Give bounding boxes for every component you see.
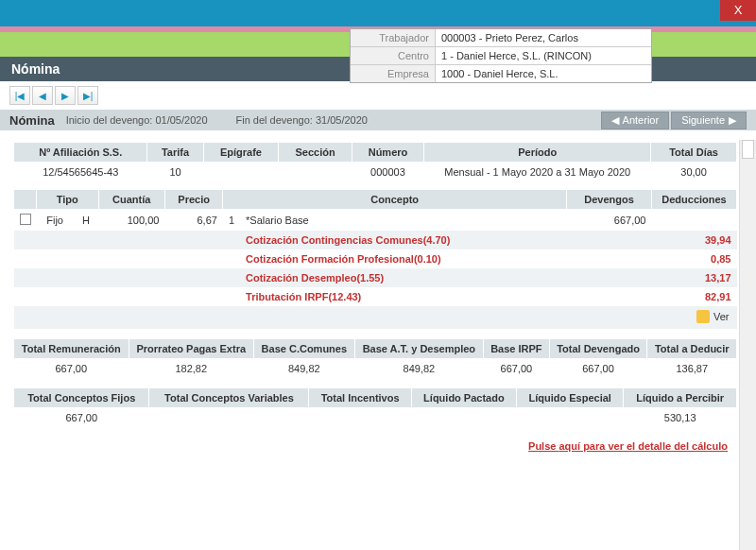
table-row: Cotización Contingencias Comunes(4.70)39… — [14, 231, 737, 249]
totals-table-1: Total Remuneración Prorrateo Pagas Extra… — [13, 338, 737, 378]
siguiente-button[interactable]: Siguiente ▶ — [671, 112, 747, 129]
table-row: Cotización Desempleo(1.55)13,17 — [14, 268, 737, 287]
table-row: Fijo H 100,00 6,67 1 *Salario Base 667,0… — [14, 210, 737, 232]
col-seccion: Sección — [279, 143, 352, 163]
col-tipo: Tipo — [37, 190, 99, 210]
totals-table-2: Total Conceptos Fijos Total Conceptos Va… — [13, 387, 737, 427]
subheader-title: Nómina — [9, 113, 55, 128]
trabajador-label: Trabajador — [351, 29, 436, 46]
ver-button[interactable]: Ver — [696, 310, 730, 323]
detail-link-row: Pulse aquí para ver el detalle del cálcu… — [13, 440, 737, 452]
col-tarifa: Tarifa — [147, 143, 203, 163]
col-numero: Número — [352, 143, 423, 163]
devengo-inicio: Inicio del devengo: 01/05/2020 — [66, 114, 208, 126]
empresa-value: 1000 - Daniel Herce, S.L. — [436, 65, 651, 82]
nav-next-button[interactable]: ▶ — [55, 86, 76, 105]
nav-prev-button[interactable]: ◀ — [32, 86, 53, 105]
table-row: Cotización Formación Profesional(0.10)0,… — [14, 249, 737, 268]
devengo-fin: Fin del devengo: 31/05/2020 — [236, 114, 368, 126]
trabajador-value: 000003 - Prieto Perez, Carlos — [436, 29, 651, 46]
table-row: 667,00 530,13 — [14, 408, 737, 428]
col-concepto: Concepto — [223, 190, 567, 210]
titlebar: X — [0, 0, 756, 26]
anterior-button[interactable]: ◀ Anterior — [601, 112, 670, 129]
table-row: 667,00 182,82 849,82 849,82 667,00 667,0… — [14, 359, 737, 379]
col-cuantia: Cuantía — [98, 190, 164, 210]
centro-label: Centro — [351, 47, 436, 64]
col-epigrafe: Epígrafe — [203, 143, 279, 163]
pencil-icon — [696, 310, 710, 323]
col-deducciones: Deducciones — [652, 190, 737, 210]
toolbar: |◀ ◀ ▶ ▶| — [0, 81, 756, 110]
col-afiliacion: Nº Afiliación S.S. — [14, 143, 147, 163]
table-row: Tributación IRPF(12.43)82,91 — [14, 287, 737, 306]
table-row: 12/54565645-43 10 000003 Mensual - 1 May… — [14, 163, 737, 182]
col-periodo: Período — [424, 143, 651, 163]
concepts-table: Tipo Cuantía Precio Concepto Devengos De… — [13, 189, 737, 329]
summary-table: Nº Afiliación S.S. Tarifa Epígrafe Secci… — [13, 142, 737, 181]
col-devengos: Devengos — [567, 190, 652, 210]
close-button[interactable]: X — [720, 0, 756, 21]
scrollbar[interactable] — [739, 140, 756, 550]
detail-link[interactable]: Pulse aquí para ver el detalle del cálcu… — [528, 440, 728, 452]
subheader: Nómina Inicio del devengo: 01/05/2020 Fi… — [0, 110, 756, 130]
centro-value: 1 - Daniel Herce, S.L. (RINCON) — [436, 47, 651, 64]
col-precio: Precio — [164, 190, 223, 210]
content-area: Nº Afiliación S.S. Tarifa Epígrafe Secci… — [0, 130, 756, 550]
empresa-label: Empresa — [351, 65, 436, 82]
info-box: Trabajador 000003 - Prieto Perez, Carlos… — [350, 28, 652, 83]
nav-first-button[interactable]: |◀ — [9, 86, 30, 105]
page-title: Nómina — [11, 61, 60, 77]
row-checkbox[interactable] — [20, 214, 31, 225]
nav-last-button[interactable]: ▶| — [77, 86, 98, 105]
col-dias: Total Días — [651, 143, 737, 163]
